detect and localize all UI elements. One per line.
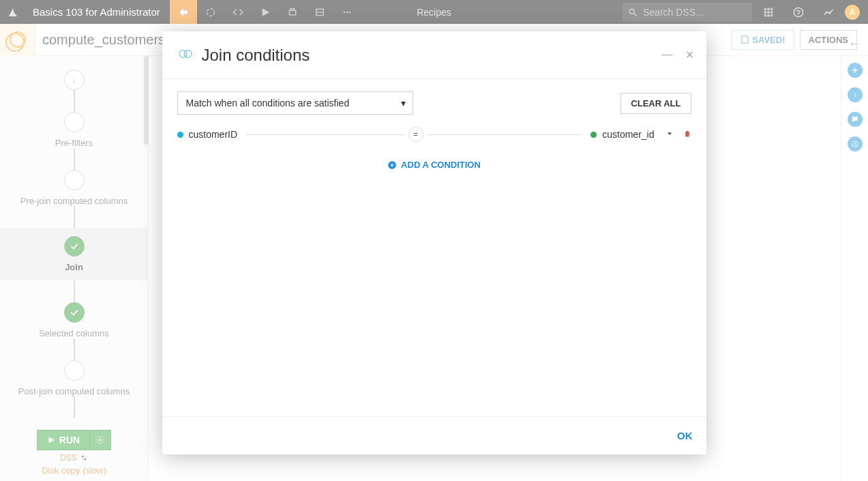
add-condition-button[interactable]: ADD A CONDITION [387, 160, 481, 170]
left-dataset-dot-icon [177, 132, 183, 138]
delete-row-icon[interactable] [683, 128, 691, 141]
join-conditions-modal: Join conditions — ✕ Match when all condi… [162, 31, 706, 454]
plus-circle-icon [387, 160, 397, 170]
close-icon[interactable]: ✕ [685, 48, 694, 61]
svg-point-28 [184, 50, 192, 57]
modal-title: Join conditions [202, 46, 310, 65]
chevron-down-icon: ▾ [401, 98, 406, 108]
minimize-icon[interactable]: — [662, 48, 673, 61]
left-field[interactable]: customerID [189, 129, 238, 140]
right-dataset-dot-icon [590, 132, 597, 138]
join-icon [177, 46, 194, 65]
expand-row-icon[interactable] [665, 128, 674, 141]
right-field[interactable]: customer_id [602, 129, 654, 140]
modal-header: Join conditions — ✕ [162, 31, 706, 79]
match-mode-select[interactable]: Match when all conditions are satisfied … [177, 91, 413, 115]
clear-all-button[interactable]: CLEAR ALL [620, 93, 691, 114]
ok-button[interactable]: OK [677, 430, 693, 441]
operator-badge[interactable]: = [408, 127, 423, 142]
condition-row[interactable]: customerID = customer_id [177, 124, 691, 145]
